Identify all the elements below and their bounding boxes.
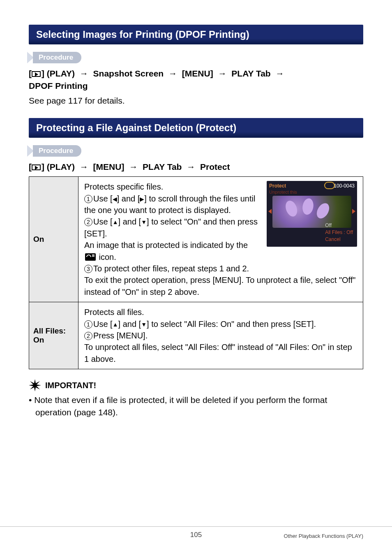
- ss-menu: Off All Files : Off Cancel: [325, 222, 353, 243]
- ss-nav-left-icon: [268, 209, 272, 214]
- arrow-icon: →: [80, 161, 88, 173]
- page-root: Selecting Images for Printing (DPOF Prin…: [0, 0, 392, 558]
- up-triangle-icon: ▲: [113, 218, 118, 227]
- txt: Use [: [93, 320, 113, 329]
- txt: ] and [: [117, 194, 140, 203]
- left-triangle-icon: ◀: [113, 195, 117, 204]
- option-on-label: On: [29, 177, 78, 302]
- txt: An image that is protected is indicated …: [84, 241, 248, 250]
- txt: Use [: [93, 217, 113, 226]
- txt: To protect other files, repeat steps 1 a…: [93, 264, 249, 273]
- option-on-content: Protects specific files. 1Use [◀] and [▶…: [78, 177, 363, 302]
- ss-nav-right-icon: [352, 209, 355, 214]
- row2-outro: To unprotect all files, select "All File…: [84, 341, 357, 365]
- step-2-icon: 2: [84, 218, 92, 226]
- important-heading: IMPORTANT!: [29, 379, 363, 391]
- bc-snapshot: Snapshot Screen: [93, 69, 164, 78]
- procedure-pill: Procedure: [33, 52, 81, 63]
- step-1-icon: 1: [84, 320, 92, 329]
- protect-options-table: On Protects specific files. 1Use [◀] and…: [29, 176, 363, 369]
- step-1-icon: 1: [84, 195, 92, 203]
- table-row: On Protects specific files. 1Use [◀] and…: [29, 177, 363, 302]
- bc-dpof: DPOF Printing: [29, 81, 88, 90]
- row1-intro: Protects specific files.: [84, 181, 261, 192]
- procedure-pill: Procedure: [33, 145, 81, 157]
- arrow-icon: →: [218, 67, 227, 80]
- procedure-label-row: Procedure: [27, 145, 363, 157]
- bc-menu: [MENU]: [182, 69, 213, 78]
- step-2-icon: 2: [84, 332, 92, 340]
- table-row: All Files: On Protects all files. 1Use […: [29, 302, 363, 369]
- arrow-icon: →: [168, 67, 177, 80]
- ss-menu-allfiles: All Files : Off: [325, 229, 353, 236]
- arrow-icon: →: [129, 161, 138, 173]
- footer-section-name: Other Playback Functions (PLAY): [284, 529, 363, 539]
- txt: ] and [: [118, 320, 141, 329]
- ss-protect-label: Protect: [269, 183, 286, 190]
- down-triangle-icon: ▼: [141, 218, 147, 227]
- ss-image-id: 100-0043: [334, 183, 355, 190]
- play-label: ] (PLAY): [42, 69, 75, 78]
- bracket-open: [: [29, 69, 32, 78]
- txt: ] and [: [118, 217, 141, 226]
- up-triangle-icon: ▲: [113, 321, 118, 329]
- txt: Use [: [93, 194, 113, 203]
- option-allfiles-label: All Files: On: [29, 302, 78, 369]
- bc-protect: Protect: [200, 162, 230, 171]
- txt: icon.: [97, 252, 116, 262]
- page-number: 105: [190, 531, 202, 539]
- bracket-open: [: [29, 162, 32, 171]
- row1-outro: To exit the protect operation, press [ME…: [84, 274, 357, 298]
- important-label: IMPORTANT!: [45, 381, 96, 390]
- row2-intro: Protects all files.: [84, 306, 357, 318]
- ss-menu-off: Off: [325, 222, 353, 229]
- row2-step1: 1Use [▲] and [▼] to select "All Files: O…: [84, 318, 357, 330]
- ss-highlight-circle-icon: [324, 182, 335, 189]
- row2-step2: 2Press [MENU].: [84, 330, 357, 341]
- play-mode-icon: [32, 164, 41, 170]
- important-burst-icon: [29, 379, 41, 391]
- row1-step1: 1Use [◀] and [▶] to scroll through the f…: [84, 193, 261, 216]
- option-allfiles-content: Protects all files. 1Use [▲] and [▼] to …: [78, 302, 363, 369]
- section-heading-protect: Protecting a File Against Deletion (Prot…: [29, 118, 363, 138]
- play-mode-icon: [32, 71, 41, 77]
- step-3-icon: 3: [84, 265, 92, 273]
- camera-screenshot: Protect 100-0043 Unprotect this: [267, 181, 357, 247]
- ss-subtitle: Unprotect this: [269, 189, 297, 196]
- section1-body: See page 117 for details.: [29, 96, 363, 106]
- svg-marker-0: [29, 379, 41, 391]
- row1-step2: 2Use [▲] and [▼] to select "On" and then…: [84, 216, 261, 263]
- section-heading-dpof: Selecting Images for Printing (DPOF Prin…: [29, 25, 363, 44]
- txt: ] to select "All Files: On" and then pre…: [147, 320, 316, 329]
- row1-step3: 3To protect other files, repeat steps 1 …: [84, 263, 357, 274]
- important-text: • Note that even if a file is protected,…: [29, 394, 363, 419]
- breadcrumb-dpof: [] (PLAY) → Snapshot Screen → [MENU] → P…: [29, 67, 363, 93]
- right-triangle-icon: ▶: [140, 195, 144, 204]
- arrow-icon: →: [276, 67, 284, 80]
- breadcrumb-protect: [] (PLAY) → [MENU] → PLAY Tab → Protect: [29, 161, 363, 173]
- down-triangle-icon: ▼: [141, 321, 147, 329]
- arrow-icon: →: [80, 67, 88, 80]
- ss-menu-cancel: Cancel: [325, 236, 353, 243]
- bc-playtab: PLAY Tab: [231, 69, 270, 78]
- bc-menu: [MENU]: [93, 162, 125, 171]
- arrow-icon: →: [187, 161, 195, 173]
- protect-lock-icon: [85, 253, 96, 261]
- play-label: ] (PLAY): [42, 162, 75, 171]
- bc-playtab: PLAY Tab: [143, 162, 182, 171]
- procedure-label-row: Procedure: [27, 52, 363, 63]
- txt: Press [MENU].: [93, 331, 148, 340]
